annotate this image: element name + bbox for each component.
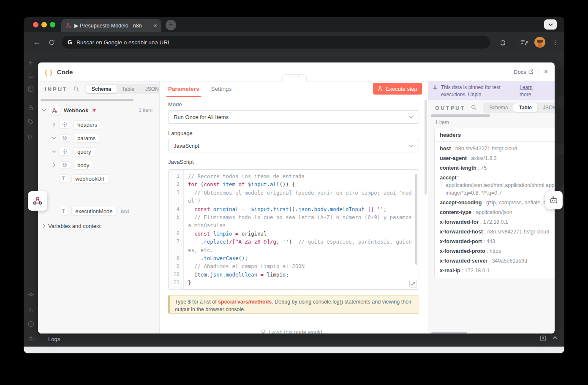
- tree-node-label[interactable]: headers: [74, 120, 101, 129]
- line-number: 5: [169, 213, 184, 230]
- new-tab-button[interactable]: +: [166, 20, 176, 30]
- tab-input-table[interactable]: Table: [117, 85, 140, 93]
- tree-node-body[interactable]: body: [38, 160, 159, 170]
- table-row: content-length : 75: [435, 163, 555, 173]
- mode-select[interactable]: Run Once for All Items: [168, 110, 419, 124]
- profile-avatar[interactable]: [534, 37, 545, 48]
- logs-label[interactable]: Logs: [48, 336, 60, 342]
- chevron-right-icon[interactable]: [52, 163, 57, 167]
- editor-vertical-scrollbar[interactable]: [415, 174, 417, 265]
- ai-assistant-button[interactable]: [545, 191, 563, 209]
- tab-settings[interactable]: Settings: [211, 86, 232, 93]
- menu-dots-icon[interactable]: ⋮: [552, 38, 558, 46]
- media-controls-icon[interactable]: [520, 39, 528, 46]
- code-line[interactable]: 12// Devolvemos todos los items modifica…: [169, 287, 414, 290]
- code-line[interactable]: 9 // Añadimos el campo limpio al JSON: [169, 262, 414, 270]
- canvas-lock-icon[interactable]: [28, 105, 34, 111]
- chevron-right-icon[interactable]: [41, 224, 46, 228]
- tab-output-json[interactable]: JSON: [537, 103, 555, 112]
- traffic-light-close[interactable]: [33, 22, 38, 27]
- reload-button[interactable]: [49, 39, 55, 46]
- code-line[interactable]: 2for (const item of $input.all()) {: [169, 180, 414, 188]
- chevron-down-icon[interactable]: [41, 109, 46, 111]
- canvas-gear-icon[interactable]: [28, 291, 34, 298]
- canvas-chart-icon[interactable]: [28, 306, 34, 312]
- line-number: 12: [169, 287, 184, 290]
- browser-toolbar: ← G Buscar en Google o escribir una URL …: [24, 32, 564, 52]
- variables-and-context[interactable]: Variables and context: [38, 221, 159, 231]
- back-button[interactable]: ←: [33, 38, 41, 47]
- tab-parameters[interactable]: Parameters: [168, 86, 199, 93]
- close-dialog-icon[interactable]: ×: [544, 68, 548, 76]
- drag-handle[interactable]: ⋮⋮⋮: [282, 74, 307, 81]
- tree-node-label[interactable]: executionMode: [71, 207, 116, 216]
- output-table: headers host : n8n.srv842271.hstgr.cloud…: [434, 128, 555, 279]
- table-column-header[interactable]: headers: [435, 128, 555, 142]
- code-line[interactable]: 8 .toLowerCase();: [169, 254, 414, 262]
- tree-node-params[interactable]: params: [38, 133, 159, 143]
- popout-icon[interactable]: [540, 335, 546, 342]
- tree-node-label[interactable]: params: [74, 134, 99, 143]
- input-node-button[interactable]: [28, 191, 47, 211]
- tab-output-schema[interactable]: Schema: [484, 103, 513, 112]
- tab-close-icon[interactable]: ×: [154, 23, 157, 29]
- traffic-light-minimize[interactable]: [41, 22, 47, 27]
- code-node-icon: { }: [45, 68, 53, 76]
- output-horizontal-scrollbar[interactable]: [431, 114, 490, 117]
- wish-label[interactable]: I wish this node would...: [268, 329, 327, 333]
- tab-search-button[interactable]: [544, 19, 557, 30]
- tab-output-table[interactable]: Table: [513, 103, 537, 112]
- extensions-icon[interactable]: [499, 39, 506, 46]
- canvas-tag-icon[interactable]: [28, 119, 34, 125]
- canvas-help-icon[interactable]: ?: [28, 321, 34, 327]
- tree-node-executionmode[interactable]: T executionMode test: [38, 206, 159, 216]
- traffic-light-zoom[interactable]: [50, 22, 55, 27]
- execute-step-button[interactable]: Execute step: [373, 83, 422, 95]
- address-bar[interactable]: G Buscar en Google o escribir una URL: [62, 36, 490, 49]
- browser-tab[interactable]: ▶ Presupuesto Modelo - n8n ×: [61, 19, 161, 32]
- chevron-right-icon[interactable]: [52, 122, 57, 127]
- language-select[interactable]: JavaScript: [168, 139, 419, 152]
- canvas-add-icon[interactable]: +: [29, 59, 33, 67]
- code-line[interactable]: 7 .replace(/[^A-Za-z0-9]/g, '') // quita…: [169, 238, 414, 254]
- code-line[interactable]: 6 const limpio = original: [169, 230, 414, 238]
- input-label: INPUT: [45, 86, 68, 92]
- tree-node-label[interactable]: query: [74, 147, 95, 156]
- wish-row[interactable]: I wish this node would...: [160, 329, 428, 333]
- search-icon[interactable]: [471, 105, 477, 111]
- table-row: accept-encoding : gzip, compress, deflat…: [435, 198, 555, 207]
- chevron-down-icon[interactable]: [52, 150, 57, 153]
- code-line[interactable]: 1// Recorre todos los items de entrada: [169, 172, 414, 180]
- code-line[interactable]: 4 const original = $input.first().json.b…: [169, 205, 414, 213]
- canvas-history-icon[interactable]: [28, 73, 34, 79]
- code-line[interactable]: 3 // Obtenemos el modelo original (puede…: [169, 189, 414, 205]
- tree-node-label[interactable]: webhookUrl: [71, 174, 108, 183]
- panel-vertical-scrollbar[interactable]: [425, 100, 427, 195]
- canvas-settings-icon[interactable]: [28, 335, 34, 342]
- tree-node-webhook[interactable]: Webhook 1 item: [38, 105, 159, 115]
- canvas-panel-icon[interactable]: [28, 86, 34, 92]
- webhook-icon: [33, 196, 43, 206]
- input-horizontal-scrollbar[interactable]: [41, 99, 133, 101]
- tree-node-query[interactable]: query: [38, 146, 159, 157]
- special-vars-link[interactable]: special vars/methods: [218, 299, 272, 305]
- tab-input-schema[interactable]: Schema: [86, 85, 117, 93]
- code-line[interactable]: 10 item.json.modelClean = limpio;: [169, 271, 414, 279]
- editor-expand-icon[interactable]: [409, 280, 417, 287]
- chevron-down-icon[interactable]: [52, 137, 57, 139]
- code-line[interactable]: 5 // Eliminamos todo lo que no sea letra…: [169, 213, 414, 230]
- learn-more-link[interactable]: Learn more: [520, 84, 539, 98]
- node-title[interactable]: Code: [57, 68, 73, 76]
- tree-node-webhookurl[interactable]: T webhookUrl: [38, 174, 159, 184]
- code-line[interactable]: 11}: [169, 279, 414, 287]
- output-bottom-scrollbar[interactable]: [431, 332, 467, 333]
- chevron-up-icon[interactable]: [553, 336, 558, 339]
- search-icon[interactable]: [74, 86, 79, 92]
- tree-node-label[interactable]: body: [74, 161, 93, 170]
- unpin-link[interactable]: Unpin: [468, 92, 481, 98]
- editor-code[interactable]: 1// Recorre todos los items de entrada2f…: [169, 170, 414, 290]
- background-panel: [557, 68, 564, 97]
- tree-node-headers[interactable]: headers: [38, 119, 159, 130]
- docs-link[interactable]: Docs: [514, 69, 534, 75]
- code-editor[interactable]: 1// Recorre todos los items de entrada2f…: [168, 169, 419, 290]
